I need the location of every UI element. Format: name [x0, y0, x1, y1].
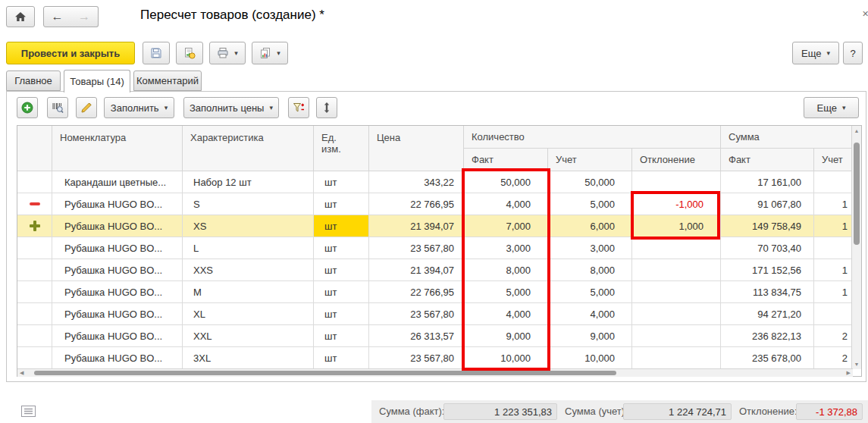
column-header-deviation[interactable]: Отклонение — [632, 149, 721, 171]
cell-sum-fact[interactable]: 113 834,75 — [721, 281, 814, 303]
cell-deviation[interactable] — [632, 303, 721, 325]
barcode-search-button[interactable] — [47, 97, 68, 118]
cell-price[interactable]: 22 766,95 — [369, 193, 464, 215]
table-row[interactable]: Рубашка HUGO BO...Lшт23 567,803,0003,000… — [17, 237, 853, 259]
cell-sum-acc[interactable] — [814, 237, 853, 259]
cell-characteristic[interactable]: L — [183, 237, 314, 259]
cell-nomenclature[interactable]: Рубашка HUGO BO... — [52, 347, 183, 369]
cell-marker[interactable] — [17, 215, 52, 237]
cell-characteristic[interactable]: XXS — [183, 259, 314, 281]
cell-sum-fact[interactable]: 70 703,40 — [721, 237, 814, 259]
fill-button[interactable]: Заполнить ▾ — [104, 97, 174, 118]
cell-unit[interactable]: шт — [314, 215, 369, 237]
horizontal-scrollbar[interactable]: ◀ ▶ — [17, 368, 853, 377]
cell-price[interactable]: 21 394,07 — [369, 259, 464, 281]
forward-button[interactable]: → — [71, 6, 99, 27]
vertical-scrollbar[interactable]: ▲ ▼ — [851, 126, 861, 369]
tab-goods[interactable]: Товары (14) — [64, 70, 130, 92]
cell-deviation[interactable] — [632, 171, 721, 193]
cell-qty-acc[interactable]: 3,000 — [548, 237, 632, 259]
cell-qty-acc[interactable]: 50,000 — [548, 171, 632, 193]
cell-unit[interactable]: шт — [314, 325, 369, 347]
close-icon[interactable]: ✕ — [862, 9, 868, 19]
table-more-button[interactable]: Еще ▾ — [804, 97, 859, 118]
back-button[interactable]: ← — [43, 6, 71, 27]
cell-nomenclature[interactable]: Рубашка HUGO BO... — [52, 281, 183, 303]
add-row-button[interactable] — [17, 97, 38, 118]
cell-nomenclature[interactable]: Рубашка HUGO BO... — [52, 215, 183, 237]
table-row[interactable]: Рубашка HUGO BO...XXSшт21 394,078,0008,0… — [17, 259, 853, 281]
cell-qty-acc[interactable]: 6,000 — [548, 215, 632, 237]
scroll-up-icon[interactable]: ▲ — [852, 128, 861, 133]
quantity-filter-button[interactable] — [288, 97, 309, 118]
cell-qty-fact[interactable]: 5,000 — [464, 281, 548, 303]
cell-qty-fact[interactable]: 10,000 — [464, 347, 548, 369]
cell-sum-fact[interactable]: 149 758,49 — [721, 215, 814, 237]
cell-price[interactable]: 21 394,07 — [369, 215, 464, 237]
cell-sum-fact[interactable]: 235 678,00 — [721, 347, 814, 369]
post-and-close-button[interactable]: Провести и закрыть — [6, 42, 135, 64]
scroll-down-icon[interactable]: ▼ — [852, 362, 861, 367]
cell-qty-fact[interactable]: 4,000 — [464, 193, 548, 215]
cell-unit[interactable]: шт — [314, 193, 369, 215]
cell-price[interactable]: 23 567,80 — [369, 303, 464, 325]
column-header-qty-fact[interactable]: Факт — [464, 149, 548, 171]
cell-unit[interactable]: шт — [314, 259, 369, 281]
cell-sum-fact[interactable]: 236 822,13 — [721, 325, 814, 347]
scroll-right-icon[interactable]: ▶ — [847, 369, 851, 377]
cell-marker[interactable] — [17, 171, 52, 193]
column-group-quantity[interactable]: Количество — [464, 126, 721, 149]
column-header-price[interactable]: Цена — [369, 126, 464, 171]
table-row[interactable]: Рубашка HUGO BO...XLшт23 567,804,0004,00… — [17, 303, 853, 325]
table-row[interactable]: Рубашка HUGO BO...Mшт22 766,955,0005,000… — [17, 281, 853, 303]
cell-qty-fact[interactable]: 8,000 — [464, 259, 548, 281]
cell-marker[interactable] — [17, 281, 52, 303]
cell-deviation[interactable] — [632, 281, 721, 303]
cell-characteristic[interactable]: Набор 12 шт — [183, 171, 314, 193]
cell-deviation[interactable] — [632, 259, 721, 281]
horizontal-scrollbar-thumb[interactable] — [34, 371, 616, 375]
cell-qty-acc[interactable]: 5,000 — [548, 281, 632, 303]
cell-sum-acc[interactable]: 2 — [814, 347, 853, 369]
cell-unit[interactable]: шт — [314, 347, 369, 369]
table-row[interactable]: Рубашка HUGO BO...Sшт22 766,954,0005,000… — [17, 193, 853, 215]
cell-deviation[interactable]: -1,000 — [632, 193, 721, 215]
column-header-unit[interactable]: Ед. изм. — [314, 126, 369, 171]
cell-sum-fact[interactable]: 94 271,20 — [721, 303, 814, 325]
cell-qty-acc[interactable]: 8,000 — [548, 259, 632, 281]
cell-characteristic[interactable]: M — [183, 281, 314, 303]
cell-unit[interactable]: шт — [314, 303, 369, 325]
save-button[interactable] — [143, 42, 170, 64]
cell-deviation[interactable] — [632, 325, 721, 347]
table-row[interactable]: Рубашка HUGO BO...XXLшт26 313,579,0009,0… — [17, 325, 853, 347]
cell-unit[interactable]: шт — [314, 237, 369, 259]
cell-qty-acc[interactable]: 9,000 — [548, 325, 632, 347]
reports-button[interactable]: ▾ — [252, 42, 288, 64]
cell-deviation[interactable] — [632, 237, 721, 259]
cell-qty-acc[interactable]: 10,000 — [548, 347, 632, 369]
cell-sum-acc[interactable]: 2 — [814, 325, 853, 347]
cell-price[interactable]: 22 766,95 — [369, 281, 464, 303]
fill-prices-button[interactable]: Заполнить цены ▾ — [183, 97, 279, 118]
cell-unit[interactable]: шт — [314, 171, 369, 193]
more-button[interactable]: Еще ▾ — [792, 42, 839, 64]
vertical-scrollbar-thumb[interactable] — [854, 143, 860, 245]
cell-nomenclature[interactable]: Карандаши цветные... — [52, 171, 183, 193]
cell-qty-fact[interactable]: 3,000 — [464, 237, 548, 259]
cell-deviation[interactable] — [632, 347, 721, 369]
column-header-nomenclature[interactable]: Номенклатура — [52, 126, 183, 171]
table-row[interactable]: Карандаши цветные...Набор 12 штшт343,225… — [17, 171, 853, 193]
cell-characteristic[interactable]: S — [183, 193, 314, 215]
cell-characteristic[interactable]: XS — [183, 215, 314, 237]
cell-sum-acc[interactable]: 1 — [814, 259, 853, 281]
column-group-sum[interactable]: Сумма — [721, 126, 853, 149]
row-height-toggle-button[interactable] — [316, 97, 337, 118]
cell-marker[interactable] — [17, 303, 52, 325]
cell-sum-acc[interactable]: 1 — [814, 215, 853, 237]
cell-qty-fact[interactable]: 9,000 — [464, 325, 548, 347]
cell-nomenclature[interactable]: Рубашка HUGO BO... — [52, 259, 183, 281]
service-menu-icon[interactable] — [21, 406, 36, 417]
column-header-marker[interactable] — [17, 126, 52, 171]
cell-sum-fact[interactable]: 171 152,56 — [721, 259, 814, 281]
cell-qty-acc[interactable]: 4,000 — [548, 303, 632, 325]
